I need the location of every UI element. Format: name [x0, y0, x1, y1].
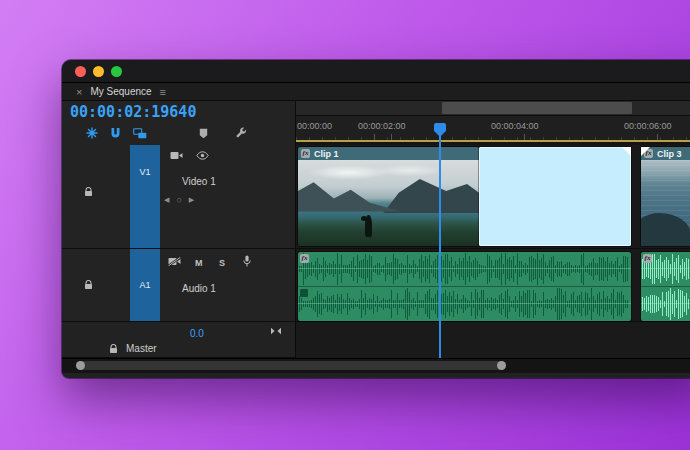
- camera-off-icon[interactable]: [168, 257, 181, 266]
- audio-clip-3[interactable]: fx: [641, 252, 690, 321]
- camera-icon[interactable]: [170, 151, 183, 160]
- audio-channel-right: [641, 287, 690, 321]
- audio-track-name: Audio 1: [182, 283, 216, 294]
- next-keyframe-icon[interactable]: ▶: [189, 196, 194, 204]
- solo-button[interactable]: S: [219, 258, 225, 268]
- lock-icon[interactable]: [84, 280, 93, 290]
- close-window-button[interactable]: [75, 66, 86, 77]
- track-headers: V1 Video 1 ◀ ○ ▶ A1: [62, 145, 296, 358]
- time-ruler[interactable]: 00:00:00 00:00:02:00 00:00:04:00 00:00:0…: [296, 115, 690, 141]
- timeline-tracks: fx Clip 1 fx Clip 3: [296, 145, 690, 358]
- video-clip-1[interactable]: fx Clip 1: [298, 147, 479, 246]
- timeline-toolbar: [86, 127, 247, 139]
- master-track-header: 0.0 Master: [62, 322, 295, 358]
- video-clip-3[interactable]: fx Clip 3: [641, 147, 690, 246]
- waveform: [299, 253, 630, 285]
- scrollbar-handle-right[interactable]: [497, 361, 506, 370]
- video-clip-2-selected[interactable]: [479, 147, 631, 246]
- empty-lane: [296, 322, 690, 358]
- add-keyframe-icon[interactable]: ○: [176, 195, 181, 205]
- timeline-window: × My Sequence ≡ 00:00:02:19640: [62, 60, 690, 378]
- nest-toggle-icon[interactable]: [86, 127, 98, 139]
- video-track-header: V1 Video 1 ◀ ○ ▶: [62, 145, 295, 249]
- audio-lane: fx fx: [296, 249, 690, 322]
- master-track-name: Master: [126, 343, 157, 354]
- timeline-controls: 00:00:02:19640: [62, 101, 296, 145]
- scrollbar-handle-left[interactable]: [76, 361, 85, 370]
- waveform: [642, 288, 690, 320]
- prev-keyframe-icon[interactable]: ◀: [164, 196, 169, 204]
- ruler-label: 00:00:02:00: [358, 121, 406, 131]
- mountain-shape: [298, 182, 401, 211]
- fx-badge: fx: [300, 254, 309, 263]
- timeline-ruler-area: 00:00:00 00:00:02:00 00:00:04:00 00:00:0…: [296, 101, 690, 145]
- clip-header: fx Clip 1: [298, 147, 479, 160]
- mic-icon[interactable]: [243, 255, 251, 267]
- horizontal-scrollbar[interactable]: [62, 358, 690, 373]
- playhead-line[interactable]: [439, 130, 441, 358]
- fx-badge: fx: [301, 149, 310, 158]
- playhead-timecode[interactable]: 00:00:02:19640: [70, 103, 196, 121]
- fx-badge: fx: [643, 254, 652, 263]
- video-lane: fx Clip 1 fx Clip 3: [296, 145, 690, 249]
- audio-track-id: A1: [130, 280, 160, 290]
- linked-selection-icon[interactable]: [133, 128, 147, 139]
- audio-channel-right: [298, 287, 631, 321]
- audio-channel-left: fx: [298, 252, 631, 287]
- clip-thumbnail: [298, 160, 479, 246]
- timeline-settings-wrench-icon[interactable]: [235, 127, 247, 139]
- clip-label: Clip 3: [657, 149, 682, 159]
- waveform: [299, 288, 630, 320]
- work-area-segment[interactable]: [442, 102, 632, 114]
- panel-tab-bar: × My Sequence ≡: [62, 83, 690, 101]
- ruler-label: 00:00:06:00: [624, 121, 672, 131]
- mute-button[interactable]: M: [195, 258, 203, 268]
- work-area-strip: [296, 101, 690, 115]
- scrollbar-thumb[interactable]: [76, 361, 506, 370]
- clip-thumbnail: [641, 160, 690, 246]
- ruler-label: 00:00:04:00: [491, 121, 539, 131]
- master-level-value[interactable]: 0.0: [190, 328, 204, 339]
- eye-icon[interactable]: [196, 151, 209, 160]
- audio-track-target[interactable]: A1: [130, 249, 160, 321]
- zoom-window-button[interactable]: [111, 66, 122, 77]
- video-track-target[interactable]: V1: [130, 145, 160, 248]
- person-silhouette: [365, 215, 372, 237]
- window-titlebar[interactable]: [62, 60, 690, 83]
- mountain-shape: [383, 179, 479, 213]
- collapse-arrows-icon[interactable]: [270, 327, 282, 335]
- panel-menu-icon[interactable]: ≡: [160, 86, 166, 98]
- add-marker-icon[interactable]: [199, 128, 208, 139]
- video-track-name: Video 1: [182, 176, 216, 187]
- keyframe-nav: ◀ ○ ▶: [164, 195, 194, 205]
- clip-header: fx Clip 3: [641, 147, 690, 160]
- minimize-window-button[interactable]: [93, 66, 104, 77]
- lock-icon[interactable]: [84, 187, 93, 197]
- close-panel-icon[interactable]: ×: [76, 86, 82, 98]
- ruler-label: 00:00:00: [297, 121, 332, 131]
- rock-shape: [641, 213, 690, 246]
- snap-magnet-icon[interactable]: [110, 127, 121, 139]
- channel-badge: [300, 289, 308, 297]
- audio-clip-1[interactable]: fx: [298, 252, 631, 321]
- audio-track-header: A1 M S Audio 1: [62, 249, 295, 322]
- lock-icon[interactable]: [109, 344, 118, 354]
- audio-channel-left: fx: [641, 252, 690, 287]
- panel-tab-title[interactable]: My Sequence: [90, 86, 151, 97]
- video-track-id: V1: [130, 167, 160, 177]
- clip-label: Clip 1: [314, 149, 339, 159]
